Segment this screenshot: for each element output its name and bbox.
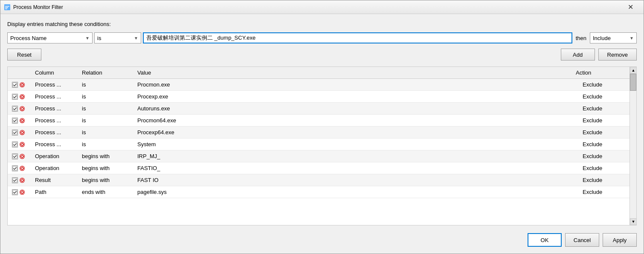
row-checkbox-cell[interactable] [8, 189, 33, 195]
scroll-down-button[interactable]: ▼ [630, 218, 637, 225]
row-action: Exclude [581, 91, 636, 102]
svg-rect-3 [5, 9, 7, 9]
svg-rect-4 [13, 83, 17, 87]
dialog-body: Display entries matching these condition… [0, 14, 644, 254]
row-checkbox-cell[interactable] [8, 94, 33, 100]
relation-dropdown-value: is [97, 35, 101, 41]
row-checkbox-cell[interactable] [8, 130, 33, 136]
row-column: Process ... [33, 79, 80, 90]
row-checkbox-cell[interactable] [8, 153, 33, 159]
exclude-icon [19, 82, 25, 88]
exclude-icon [19, 165, 25, 171]
remove-button[interactable]: Remove [598, 49, 637, 61]
row-relation: ends with [80, 186, 136, 198]
row-column: Path [33, 186, 80, 198]
table-row[interactable]: Process ... is Procexp.exe Exclude [8, 91, 636, 103]
table-row[interactable]: Operation begins with IRP_MJ_ Exclude [8, 150, 636, 162]
exclude-icon [19, 118, 25, 124]
svg-rect-10 [13, 95, 17, 99]
header-action: Action [574, 69, 629, 77]
exclude-icon [19, 106, 25, 112]
table-row[interactable]: Process ... is Procmon.exe Exclude [8, 79, 636, 91]
row-relation: is [80, 115, 136, 126]
row-checkbox-cell[interactable] [8, 118, 33, 124]
scroll-track [630, 74, 636, 218]
reset-button[interactable]: Reset [7, 49, 41, 61]
exclude-icon [19, 141, 25, 147]
row-action: Exclude [581, 103, 636, 114]
svg-rect-22 [13, 118, 17, 123]
scroll-up-button[interactable]: ▲ [630, 67, 637, 74]
row-relation: is [80, 103, 136, 114]
table-row[interactable]: Process ... is Procexp64.exe Exclude [8, 127, 636, 139]
checkbox-icon[interactable] [12, 189, 18, 195]
then-label: then [574, 35, 588, 41]
instruction-text: Display entries matching these condition… [7, 21, 637, 27]
relation-dropdown-arrow: ▼ [134, 36, 138, 40]
svg-rect-16 [13, 107, 17, 111]
header-relation: Relation [80, 69, 136, 77]
checkbox-icon[interactable] [12, 106, 18, 112]
relation-dropdown[interactable]: is ▼ [94, 32, 141, 43]
scroll-thumb[interactable] [630, 74, 636, 91]
close-button[interactable]: ✕ [621, 0, 640, 14]
row-action: Exclude [581, 115, 636, 126]
svg-rect-2 [5, 7, 8, 8]
ok-button[interactable]: OK [528, 233, 562, 247]
table-row[interactable]: Process ... is System Exclude [8, 139, 636, 150]
dialog-title: Process Monitor Filter [13, 4, 621, 10]
button-row: Reset Add Remove [7, 49, 637, 61]
svg-rect-58 [13, 190, 17, 194]
cancel-button[interactable]: Cancel [565, 233, 599, 247]
table-row[interactable]: Process ... is Autoruns.exe Exclude [8, 103, 636, 115]
bottom-buttons: OK Cancel Apply [7, 231, 637, 248]
row-checkbox-cell[interactable] [8, 165, 33, 171]
checkbox-icon[interactable] [12, 130, 18, 136]
table-row[interactable]: Operation begins with FASTIO_ Exclude [8, 162, 636, 174]
row-relation: begins with [80, 150, 136, 162]
apply-button[interactable]: Apply [603, 233, 637, 247]
row-checkbox-cell[interactable] [8, 177, 33, 183]
scrollbar[interactable]: ▲ ▼ [629, 67, 636, 225]
exclude-icon [19, 94, 25, 100]
row-action: Exclude [581, 186, 636, 198]
column-dropdown-arrow: ▼ [85, 36, 90, 40]
value-input[interactable] [143, 32, 572, 43]
row-action: Exclude [581, 174, 636, 186]
table-row[interactable]: Path ends with pagefile.sys Exclude [8, 186, 636, 198]
column-dropdown-value: Process Name [10, 35, 46, 41]
table-row[interactable]: Process ... is Procmon64.exe Exclude [8, 115, 636, 127]
row-action: Exclude [581, 139, 636, 150]
checkbox-icon[interactable] [12, 177, 18, 183]
row-column: Operation [33, 150, 80, 162]
svg-rect-52 [13, 178, 17, 182]
action-dropdown[interactable]: Include ▼ [590, 32, 637, 43]
row-relation: is [80, 127, 136, 138]
row-value: FASTIO_ [136, 162, 581, 174]
row-checkbox-cell[interactable] [8, 141, 33, 147]
checkbox-icon[interactable] [12, 118, 18, 124]
table-body: Process ... is Procmon.exe Exclude [8, 79, 636, 225]
add-button[interactable]: Add [561, 49, 595, 61]
table-row[interactable]: Result begins with FAST IO Exclude [8, 174, 636, 186]
checkbox-icon[interactable] [12, 153, 18, 159]
column-dropdown[interactable]: Process Name ▼ [7, 32, 93, 43]
svg-rect-1 [5, 6, 9, 7]
checkbox-icon[interactable] [12, 82, 18, 88]
filter-table: Column Relation Value Action [7, 66, 637, 225]
row-value: IRP_MJ_ [136, 150, 581, 162]
row-relation: is [80, 79, 136, 90]
row-column: Operation [33, 162, 80, 174]
checkbox-icon[interactable] [12, 141, 18, 147]
svg-rect-28 [13, 130, 17, 135]
row-checkbox-cell[interactable] [8, 106, 33, 112]
exclude-icon [19, 153, 25, 159]
exclude-icon [19, 177, 25, 183]
row-action: Exclude [581, 150, 636, 162]
process-monitor-filter-dialog: Process Monitor Filter ✕ Display entries… [0, 0, 644, 254]
checkbox-icon[interactable] [12, 94, 18, 100]
app-icon [4, 4, 11, 11]
row-checkbox-cell[interactable] [8, 82, 33, 88]
checkbox-icon[interactable] [12, 165, 18, 171]
row-value: Procexp64.exe [136, 127, 581, 138]
